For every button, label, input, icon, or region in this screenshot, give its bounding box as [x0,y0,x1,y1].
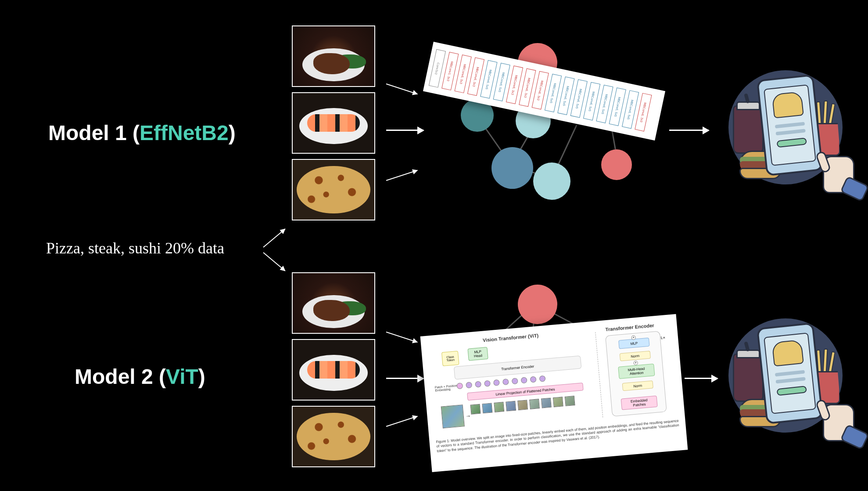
hand-icon-2 [814,397,867,446]
nn-node-4 [491,147,533,189]
model1-prefix: Model 1 ( [48,121,140,144]
output-arrow-top [669,130,709,131]
feed-arrow-bot-3 [386,416,418,427]
feed-arrow-top-3 [386,170,418,181]
model1-name: EffNetB2 [140,121,229,144]
pizza-image-2 [292,406,375,467]
vit-enc-norm1: Norm [620,351,651,361]
sushi-image-2 [292,339,375,401]
vit-enc-mha: Multi-Head Attention [618,364,655,379]
phone-icon-2 [757,322,823,424]
vit-class-token: Class Token [441,351,459,366]
vit-enc-norm2: Norm [622,380,653,391]
food-stack-model1 [292,25,375,220]
phone-icon [757,74,823,176]
vit-enc-embed: Embedded Patches [621,396,658,410]
food-stack-model2 [292,272,375,467]
vit-patch-embed-label: Patch + Position Embedding [435,384,457,392]
food-app-output-model2 [724,314,847,437]
nn-node-b2 [518,285,557,324]
hand-icon [814,149,867,198]
nn-node-7 [601,149,632,180]
steak-image-2 [292,272,375,334]
vit-architecture: Vision Transformer (ViT) Class Token MLP… [420,314,688,472]
food-app-output-model1 [724,66,847,189]
vit-title-left: Vision Transformer (ViT) [454,330,568,346]
feed-arrow-bot-2 [386,378,423,379]
feed-arrow-top-2 [386,130,423,131]
data-label: Pizza, steak, sushi 20% data [46,239,224,257]
cup-icon [733,105,764,154]
vit-mlp-head: MLP Head [467,347,488,361]
steak-image [292,25,375,87]
sushi-image [292,92,375,154]
model2-name: ViT [166,365,198,388]
model2-suffix: ) [198,365,205,388]
split-arrow-down [263,252,285,271]
feed-arrow-bot-1 [386,332,418,343]
model2-prefix: Model 2 ( [75,365,166,388]
feed-arrow-top-1 [386,83,418,94]
model2-label: Model 2 (ViT) [75,365,205,389]
model1-label: Model 1 (EffNetB2) [48,121,236,145]
split-arrow-up [263,228,285,247]
pizza-image [292,159,375,220]
cup-icon-2 [733,354,764,402]
model1-suffix: ) [229,121,236,144]
nn-node-5 [533,162,570,200]
output-arrow-bottom [685,378,717,379]
